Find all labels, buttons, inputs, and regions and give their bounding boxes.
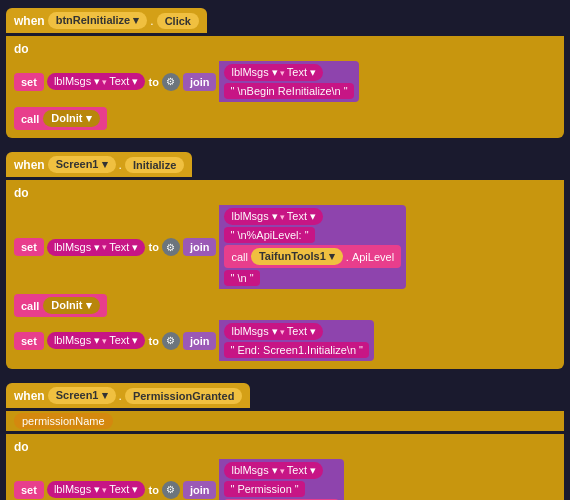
- join-row-2d: " \n ": [224, 270, 401, 286]
- call-component-2[interactable]: DoInit ▾: [43, 297, 99, 314]
- string-2c[interactable]: " End: Screen1.Initialize\n ": [224, 342, 369, 358]
- join-prop-2[interactable]: lblMsgs ▾ ▾ Text ▾: [224, 208, 323, 225]
- to-label-1: to: [148, 76, 158, 88]
- when-row-1[interactable]: when btnReInitialize ▾ . Click: [6, 8, 207, 33]
- event-name-3[interactable]: PermissionGranted: [125, 388, 242, 404]
- event-name-2[interactable]: Initialize: [125, 157, 184, 173]
- blocks-container: when btnReInitialize ▾ . Click do set lb…: [0, 0, 570, 500]
- set-block-1[interactable]: set: [14, 73, 44, 91]
- when-label-3: when: [14, 389, 45, 403]
- when-row-2[interactable]: when Screen1 ▾ . Initialize: [6, 152, 192, 177]
- prop-lblmsgs-1[interactable]: lblMsgs ▾ ▾ Text ▾: [47, 73, 146, 90]
- join-row-1a: lblMsgs ▾ ▾ Text ▾: [224, 64, 353, 81]
- join-block-2b[interactable]: join: [183, 332, 217, 350]
- event-block-3: when Screen1 ▾ . PermissionGranted permi…: [6, 383, 564, 500]
- string-2a[interactable]: " \n%ApiLevel: ": [224, 227, 314, 243]
- set-row-2b: set lblMsgs ▾ ▾ Text ▾ to ⚙ join lblMsgs…: [14, 320, 556, 361]
- when-label-2: when: [14, 158, 45, 172]
- join-rows-1: lblMsgs ▾ ▾ Text ▾ " \nBegin ReInitializ…: [219, 61, 358, 102]
- prop-lblmsgs-3[interactable]: lblMsgs ▾ ▾ Text ▾: [47, 481, 146, 498]
- join-row-3a: lblMsgs ▾ ▾ Text ▾: [224, 462, 339, 479]
- join-block-1[interactable]: join: [183, 73, 217, 91]
- set-block-2b[interactable]: set: [14, 332, 44, 350]
- prop-lblmsgs-2b[interactable]: lblMsgs ▾ ▾ Text ▾: [47, 332, 146, 349]
- dot-3: .: [119, 389, 122, 403]
- taifun-method: ApiLevel: [352, 251, 394, 263]
- call-block-2[interactable]: call DoInit ▾: [14, 294, 107, 317]
- to-label-2: to: [148, 241, 158, 253]
- call-component-1[interactable]: DoInit ▾: [43, 110, 99, 127]
- gear-icon-2[interactable]: ⚙: [162, 238, 180, 256]
- prop-lblmsgs-2[interactable]: lblMsgs ▾ ▾ Text ▾: [47, 239, 146, 256]
- join-prop-2b[interactable]: lblMsgs ▾ ▾ Text ▾: [224, 323, 323, 340]
- taifun-component[interactable]: TaifunTools1 ▾: [251, 248, 343, 265]
- join-rows-2: lblMsgs ▾ ▾ Text ▾ " \n%ApiLevel: " call…: [219, 205, 406, 289]
- join-row-2b1: lblMsgs ▾ ▾ Text ▾: [224, 323, 369, 340]
- do-label-2: do: [14, 184, 556, 202]
- join-row-1b: " \nBegin ReInitialize\n ": [224, 83, 353, 99]
- gear-icon-2b[interactable]: ⚙: [162, 332, 180, 350]
- set-block-2[interactable]: set: [14, 238, 44, 256]
- gear-icon-3[interactable]: ⚙: [162, 481, 180, 499]
- event-block-1: when btnReInitialize ▾ . Click do set lb…: [6, 8, 564, 138]
- join-prop-1[interactable]: lblMsgs ▾ ▾ Text ▾: [224, 64, 323, 81]
- when-label: when: [14, 14, 45, 28]
- do-section-1: do set lblMsgs ▾ ▾ Text ▾ to ⚙ join lblM…: [6, 36, 564, 138]
- join-row-2c: call TaifunTools1 ▾ . ApiLevel: [224, 245, 401, 268]
- join-block-2[interactable]: join: [183, 238, 217, 256]
- do-section-3: do set lblMsgs ▾ ▾ Text ▾ to ⚙ join lblM…: [6, 434, 564, 500]
- set-row-3: set lblMsgs ▾ ▾ Text ▾ to ⚙ join lblMsgs…: [14, 459, 556, 500]
- call-label-2: call: [21, 300, 39, 312]
- call-taifun[interactable]: call TaifunTools1 ▾ . ApiLevel: [224, 245, 401, 268]
- do-label-1: do: [14, 40, 556, 58]
- event-block-2: when Screen1 ▾ . Initialize do set lblMs…: [6, 152, 564, 369]
- join-row-2b2: " End: Screen1.Initialize\n ": [224, 342, 369, 358]
- string-1a[interactable]: " \nBegin ReInitialize\n ": [224, 83, 353, 99]
- do-section-2: do set lblMsgs ▾ ▾ Text ▾ to ⚙ join lblM…: [6, 180, 564, 369]
- string-3a[interactable]: " Permission ": [224, 481, 304, 497]
- set-block-3[interactable]: set: [14, 481, 44, 499]
- call-label-1: call: [21, 113, 39, 125]
- join-row-3b: " Permission ": [224, 481, 339, 497]
- string-2b[interactable]: " \n ": [224, 270, 259, 286]
- join-prop-3[interactable]: lblMsgs ▾ ▾ Text ▾: [224, 462, 323, 479]
- do-label-3: do: [14, 438, 556, 456]
- param-block: permissionName: [14, 413, 113, 429]
- join-row-2a: lblMsgs ▾ ▾ Text ▾: [224, 208, 401, 225]
- to-label-2b: to: [148, 335, 158, 347]
- to-label-3: to: [148, 484, 158, 496]
- set-row-2a: set lblMsgs ▾ ▾ Text ▾ to ⚙ join lblMsgs…: [14, 205, 556, 289]
- join-rows-3: lblMsgs ▾ ▾ Text ▾ " Permission " get pe…: [219, 459, 344, 500]
- call-block-1[interactable]: call DoInit ▾: [14, 107, 107, 130]
- join-row-2b: " \n%ApiLevel: ": [224, 227, 401, 243]
- call-taifun-label: call: [231, 251, 248, 263]
- event-component-3[interactable]: Screen1 ▾: [48, 387, 116, 404]
- when-row-3[interactable]: when Screen1 ▾ . PermissionGranted: [6, 383, 250, 408]
- event-component-1[interactable]: btnReInitialize ▾: [48, 12, 148, 29]
- gear-icon-1[interactable]: ⚙: [162, 73, 180, 91]
- dot-2: .: [119, 158, 122, 172]
- param-row: permissionName: [6, 411, 564, 431]
- taifun-dot: .: [346, 251, 349, 263]
- event-name-1[interactable]: Click: [157, 13, 199, 29]
- event-component-2[interactable]: Screen1 ▾: [48, 156, 116, 173]
- join-rows-2b: lblMsgs ▾ ▾ Text ▾ " End: Screen1.Initia…: [219, 320, 374, 361]
- join-block-3[interactable]: join: [183, 481, 217, 499]
- dot-1: .: [150, 14, 153, 28]
- set-row-1: set lblMsgs ▾ ▾ Text ▾ to ⚙ join lblMsgs…: [14, 61, 556, 102]
